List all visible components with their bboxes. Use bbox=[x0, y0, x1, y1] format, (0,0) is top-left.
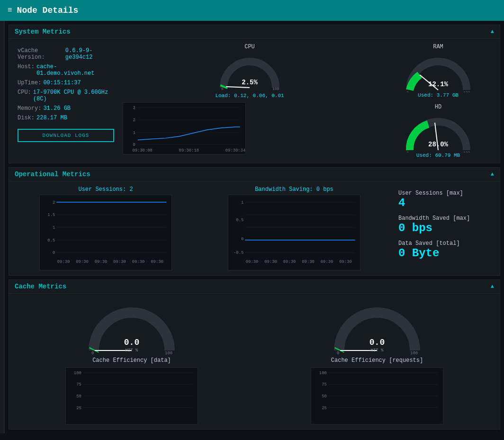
svg-line-0 bbox=[226, 87, 250, 88]
memory-value: 31.26 GB bbox=[43, 105, 71, 112]
cpu-gauge-label: CPU bbox=[244, 44, 255, 50]
vcache-label: vCache Version: bbox=[18, 47, 63, 61]
system-metrics-header: System Metrics ▲ bbox=[9, 25, 500, 39]
svg-text:100: 100 bbox=[272, 87, 279, 90]
svg-text:0: 0 bbox=[91, 351, 94, 355]
cpu-gauge-value: 2.5% bbox=[242, 79, 258, 86]
system-metrics-section: System Metrics ▲ vCache Version: 0.6.9-9… bbox=[9, 25, 500, 163]
system-metrics-body: vCache Version: 0.6.9-9-ge394c12 Host: c… bbox=[9, 39, 500, 163]
svg-text:0: 0 bbox=[133, 143, 135, 147]
svg-text:0.5: 0.5 bbox=[47, 238, 55, 243]
cache-data-chart: 100 75 50 25 bbox=[65, 368, 198, 424]
operational-metrics-section: Operational Metrics ▲ User Sessions: 2 bbox=[9, 167, 500, 276]
svg-text:09:30: 09:30 bbox=[113, 260, 126, 264]
svg-text:09:30: 09:30 bbox=[302, 260, 315, 264]
cpu-info-label: CPU: bbox=[18, 89, 31, 96]
memory-label: Memory: bbox=[18, 105, 41, 112]
svg-text:0: 0 bbox=[53, 251, 55, 255]
hd-used-label: Used: bbox=[416, 153, 432, 158]
menu-icon[interactable]: ≡ bbox=[8, 6, 12, 15]
cache-data-gauge-svg: 0 100 0.0 HIT % bbox=[84, 298, 179, 355]
data-saved-value: 0 Byte bbox=[398, 247, 487, 260]
cache-requests-label: Cache Efficiency [requests] bbox=[331, 357, 423, 364]
data-saved-block: Data Saved [total] 0 Byte bbox=[398, 240, 487, 260]
load-text: Load: 0.12, 0.06, 0.01 bbox=[215, 93, 284, 99]
svg-text:100: 100 bbox=[165, 351, 172, 355]
download-logs-button[interactable]: DOWNLOAD LOGS bbox=[18, 129, 114, 142]
svg-text:09:30: 09:30 bbox=[57, 260, 70, 264]
operational-metrics-title: Operational Metrics bbox=[15, 171, 90, 178]
main-content: System Metrics ▲ vCache Version: 0.6.9-9… bbox=[5, 21, 504, 433]
svg-text:1: 1 bbox=[133, 131, 135, 135]
svg-text:09:30:18: 09:30:18 bbox=[179, 148, 199, 153]
disk-label: Disk: bbox=[18, 115, 35, 121]
ram-used-label: Used: bbox=[418, 92, 433, 98]
hd-gauge-row: HD 0 100 28.0% Used: 60.79 MB bbox=[381, 104, 495, 158]
svg-text:100: 100 bbox=[74, 371, 81, 376]
svg-text:75: 75 bbox=[322, 382, 327, 387]
system-metrics-toggle[interactable]: ▲ bbox=[491, 28, 494, 35]
user-sessions-title: User Sessions: 2 bbox=[78, 186, 133, 193]
memory-row: Memory: 31.26 GB bbox=[18, 105, 114, 112]
bandwidth-chart: 1 0.5 0 -0.5 09:30 09:30 09:30 09:30 09:… bbox=[228, 195, 360, 270]
svg-text:0: 0 bbox=[406, 90, 409, 92]
cpu-info-row: CPU: i7-9700K CPU @ 3.60GHz (8C) bbox=[18, 89, 114, 102]
svg-text:1.5: 1.5 bbox=[47, 213, 55, 217]
svg-text:0: 0 bbox=[241, 237, 243, 242]
cpu-gauge-svg: 0 100 2.5% bbox=[216, 52, 283, 90]
gauges-right: RAM 0 100 12.1% Used: 3.77 GB bbox=[381, 44, 495, 158]
cpu-chart-area: CPU 0 100 bbox=[123, 44, 377, 158]
uptime-row: UpTime: 00:15:11:37 bbox=[18, 80, 114, 86]
svg-text:0: 0 bbox=[221, 87, 224, 90]
uptime-value: 00:15:11:37 bbox=[43, 80, 81, 86]
operational-metrics-toggle[interactable]: ▲ bbox=[491, 171, 494, 178]
vcache-value: 0.6.9-9-ge394c12 bbox=[65, 47, 114, 61]
max-sessions-label: User Sessions [max] bbox=[398, 190, 487, 197]
host-label: Host: bbox=[18, 63, 35, 70]
bandwidth-chart-col: Bandwidth Saving: 0 bps 1 0.5 0 -0.5 bbox=[202, 186, 386, 270]
page-title: Node Details bbox=[17, 6, 79, 15]
svg-text:1: 1 bbox=[53, 225, 55, 230]
ram-used: Used: 3.77 GB bbox=[418, 92, 459, 98]
svg-text:1: 1 bbox=[241, 200, 243, 205]
uptime-label: UpTime: bbox=[18, 80, 41, 86]
cpu-chart-title: CPU 0 100 bbox=[216, 44, 283, 90]
header: ≡ Node Details bbox=[0, 0, 504, 21]
cache-metrics-body: 0 100 0.0 HIT % Cache Efficiency [data] … bbox=[9, 294, 500, 429]
ram-gauge-row: RAM 0 100 12.1% Used: 3.77 GB bbox=[381, 44, 495, 98]
disk-value: 228.17 MB bbox=[36, 115, 67, 121]
user-sessions-chart-col: User Sessions: 2 2 1.5 1 0.5 0 bbox=[14, 186, 198, 270]
operational-metrics-body: User Sessions: 2 2 1.5 1 0.5 0 bbox=[9, 181, 500, 275]
svg-text:HIT %: HIT % bbox=[370, 348, 384, 353]
disk-row: Disk: 228.17 MB bbox=[18, 115, 114, 121]
ram-gauge-svg: 0 100 12.1% bbox=[403, 52, 474, 92]
ram-used-value: 3.77 GB bbox=[437, 92, 459, 98]
svg-text:100: 100 bbox=[410, 351, 418, 355]
svg-text:09:30: 09:30 bbox=[151, 260, 163, 264]
svg-text:0: 0 bbox=[337, 351, 339, 355]
bandwidth-value: 0 bps bbox=[316, 186, 333, 193]
bandwidth-label: Bandwidth Saving: bbox=[255, 186, 313, 193]
bandwidth-title: Bandwidth Saving: 0 bps bbox=[255, 186, 333, 193]
svg-text:0.5: 0.5 bbox=[236, 218, 243, 223]
cache-data-label: Cache Efficiency [data] bbox=[92, 357, 171, 364]
svg-text:HIT %: HIT % bbox=[125, 348, 138, 353]
host-row: Host: cache-01.demo.vivoh.net bbox=[18, 63, 114, 77]
svg-text:50: 50 bbox=[322, 394, 327, 399]
hd-used: Used: 60.79 MB bbox=[416, 153, 460, 158]
svg-text:12.1%: 12.1% bbox=[428, 81, 449, 88]
max-sessions-block: User Sessions [max] 4 bbox=[398, 190, 487, 209]
cpu-line-chart: 3 2 1 0 09:30:08 09:30:18 09:30:34 bbox=[123, 102, 246, 154]
svg-text:2: 2 bbox=[53, 200, 55, 205]
svg-text:09:30:08: 09:30:08 bbox=[132, 148, 152, 153]
operational-stats-col: User Sessions [max] 4 Bandwidth Saved [m… bbox=[391, 186, 495, 270]
cache-metrics-toggle[interactable]: ▲ bbox=[491, 283, 494, 290]
svg-text:09:30: 09:30 bbox=[321, 260, 333, 264]
svg-text:100: 100 bbox=[463, 151, 470, 153]
sessions-value: 2 bbox=[129, 186, 133, 193]
sessions-label: User Sessions: bbox=[78, 186, 126, 193]
svg-text:75: 75 bbox=[76, 382, 81, 387]
cache-requests-gauge-svg: 0 100 0.0 HIT % bbox=[330, 298, 424, 355]
svg-text:25: 25 bbox=[322, 406, 327, 411]
svg-text:28.0%: 28.0% bbox=[428, 141, 449, 148]
